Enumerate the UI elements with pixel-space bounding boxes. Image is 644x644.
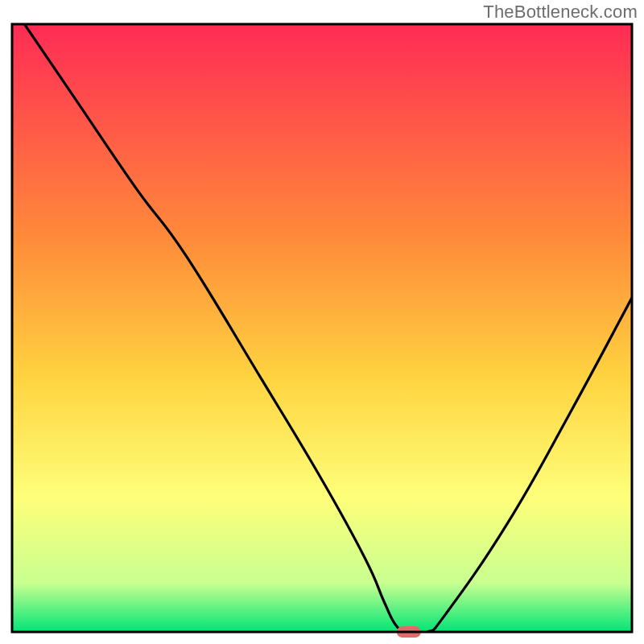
chart-stage: { "watermark": "TheBottleneck.com", "cha… [0,0,644,644]
bottleneck-chart [0,0,644,644]
plot-background [12,24,632,632]
watermark-text: TheBottleneck.com [483,2,638,23]
